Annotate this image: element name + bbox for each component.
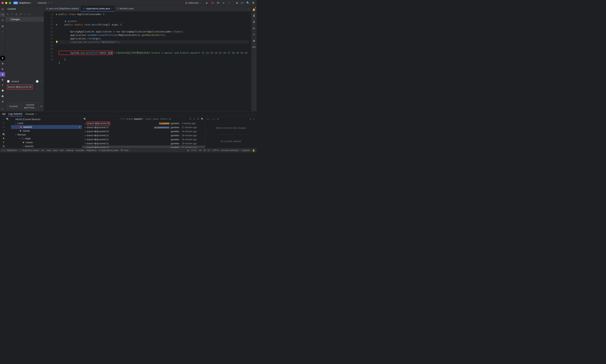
commit-row[interactable]: ●branch 修改commit 21gaodebo29 minutes ago: [82, 142, 205, 145]
close-window-icon[interactable]: [1, 2, 4, 4]
bookmarks-icon[interactable]: ⧉: [0, 24, 5, 29]
breadcrumb-item[interactable]: MdpDemo: [86, 149, 96, 152]
editor-tab[interactable]: mpom.xml (MdpDemo-starter): [44, 6, 81, 12]
maven-icon[interactable]: m: [251, 26, 256, 31]
changelist-icon[interactable]: ⋄: [24, 13, 26, 16]
close-icon[interactable]: ×: [35, 113, 37, 115]
search-icon[interactable]: 🔍: [6, 118, 9, 120]
line-separator[interactable]: LF: [208, 149, 210, 152]
eye-icon[interactable]: 👁: [197, 118, 199, 120]
eye-icon[interactable]: 👁: [217, 118, 219, 120]
expand-all-icon[interactable]: ⇕: [250, 118, 251, 120]
project-tool-icon[interactable]: 🗀: [0, 7, 5, 12]
structure-tool-icon[interactable]: ⬡: [0, 18, 5, 23]
rollback-icon[interactable]: ↶: [11, 13, 13, 16]
debug-icon[interactable]: 🐞: [211, 1, 214, 5]
amend-checkbox[interactable]: [7, 80, 10, 83]
paths-filter[interactable]: Paths ▾: [160, 118, 167, 120]
swirl-icon[interactable]: ◐: [0, 67, 5, 71]
refresh-icon[interactable]: ↻: [7, 13, 9, 16]
gradle-icon[interactable]: 🛢: [251, 19, 256, 25]
search-icon[interactable]: 🔍: [246, 1, 250, 5]
code-with-me-icon[interactable]: ⊕: [235, 1, 238, 5]
minimize-panel-icon[interactable]: —: [252, 113, 254, 115]
stop-icon[interactable]: ■: [222, 1, 225, 5]
favorite-icon[interactable]: ★: [2, 137, 5, 140]
remote-node[interactable]: ▾ Remote: [11, 133, 82, 137]
console-tab[interactable]: Console ×: [25, 112, 37, 116]
panel-options-icon[interactable]: ⋮: [248, 113, 250, 115]
match-case-toggle[interactable]: Cc: [122, 118, 125, 120]
run-configuration[interactable]: ◧ Hello.test ▾: [185, 1, 203, 4]
lock-icon[interactable]: 🔒: [252, 149, 255, 152]
close-icon[interactable]: ×: [143, 118, 144, 120]
problems-icon[interactable]: ⊘: [0, 99, 5, 104]
local-node[interactable]: ▾ Local: [11, 121, 82, 125]
commit-tool-icon[interactable]: ⊸: [0, 13, 5, 17]
branch-item[interactable]: ⑂branch2: [11, 144, 82, 148]
commit-list[interactable]: ●branch 修改commit 56🔖 branch2gaodebo3 min…: [82, 121, 205, 148]
memory-indicator-icon[interactable]: ⊞: [187, 149, 189, 152]
chevron-down-icon[interactable]: ▾: [31, 2, 32, 4]
checkout-icon[interactable]: ↙: [2, 125, 5, 128]
prev-change-icon[interactable]: ⟵: [207, 118, 210, 120]
text-tool-icon[interactable]: T: [0, 83, 5, 88]
minimize-window-icon[interactable]: [5, 2, 7, 4]
breadcrumb-item[interactable]: sankuai: [66, 149, 73, 152]
purple-s-icon[interactable]: S: [0, 72, 5, 77]
commit-row[interactable]: ●branch 修改commit 27🔖 origin/branch2gaode…: [82, 125, 205, 130]
layout-icon[interactable]: ▦: [2, 145, 5, 147]
push-icon[interactable]: ↗: [2, 129, 5, 132]
commit-settings-icon[interactable]: ⚙: [40, 105, 42, 108]
changes-node[interactable]: Changes: [5, 17, 44, 22]
next-change-icon[interactable]: ⟶: [212, 118, 215, 120]
breadcrumb-item[interactable]: © ApplicationLoader: [99, 149, 119, 152]
terminal-tool-icon[interactable]: ▣: [0, 94, 5, 99]
add-icon[interactable]: +: [2, 122, 5, 124]
breadcrumb-item[interactable]: ▢ MdpDemo: [4, 149, 17, 152]
user-filter[interactable]: User ▾: [145, 118, 151, 120]
find-icon[interactable]: 🔍: [201, 118, 204, 120]
env-indicator[interactable]: env:test swimlane:: [221, 149, 239, 152]
commit-row[interactable]: ●branch 修改commit 56🔖 branch2gaodebo3 min…: [82, 121, 205, 125]
file-encoding[interactable]: UTF-8: [212, 149, 219, 152]
editor-body[interactable]: 1011121314151617181920212223 ▶▶💡 public …: [44, 12, 251, 111]
breadcrumb-item[interactable]: ▢ MdpDemo-starter: [19, 149, 39, 152]
database-icon[interactable]: 🗄: [251, 13, 256, 18]
endpoints-icon[interactable]: ⊞: [251, 38, 256, 43]
open-new-tab-icon[interactable]: ⊞: [169, 118, 171, 120]
commit-message-area[interactable]: branch 修改commit 56: [5, 84, 44, 90]
ai-assistant-icon[interactable]: ✦: [251, 32, 256, 37]
notifications-icon[interactable]: 🔔: [251, 7, 256, 12]
diff-icon[interactable]: ⧉: [15, 13, 17, 16]
maximize-window-icon[interactable]: [9, 2, 11, 4]
close-icon[interactable]: ×: [111, 7, 112, 10]
translate-icon[interactable]: 文A: [241, 1, 244, 5]
refresh-log-icon[interactable]: ↻: [189, 118, 191, 120]
commit-row[interactable]: ●branch 修改commit 21gaodebo29 minutes ago: [82, 138, 205, 142]
log-search-input[interactable]: [87, 118, 118, 120]
code-content[interactable]: public class ApplicationLoader { gaodebo…: [59, 12, 249, 111]
breadcrumb-item[interactable]: ⓜ main: [121, 149, 128, 152]
run-icon[interactable]: ▶: [205, 1, 209, 5]
project-name[interactable]: MdpDemo: [19, 1, 30, 4]
branch-item[interactable]: 🔖branch2↗: [11, 125, 82, 129]
breadcrumb-item[interactable]: main: [47, 149, 51, 152]
head-node[interactable]: HEAD (Current Branch): [11, 117, 82, 121]
branch-item[interactable]: ★master: [11, 141, 82, 144]
google-icon[interactable]: G: [204, 149, 206, 152]
editor-tab[interactable]: ©ApplicationLoader.java×: [81, 6, 115, 12]
code-tool-icon[interactable]: </>: [251, 44, 256, 50]
history-icon[interactable]: 🕘: [36, 80, 39, 83]
branch-selector[interactable]: ⑂ branch2 ↗ ▾: [34, 1, 56, 5]
cherry-pick-icon[interactable]: ⚘: [193, 118, 195, 120]
collapse-all-icon[interactable]: ⇳: [253, 118, 255, 120]
tab-actions-icon[interactable]: ⋮: [247, 7, 250, 10]
git-tool-icon[interactable]: ⑂: [0, 106, 5, 111]
circle-tool-icon[interactable]: ◉: [0, 61, 5, 66]
date-filter[interactable]: Date ▾: [153, 118, 159, 120]
hexagon-tool-icon[interactable]: ⬢: [0, 88, 5, 93]
breadcrumb-item[interactable]: example: [76, 149, 84, 152]
more-tools-icon[interactable]: ⋯: [0, 29, 5, 34]
editor-tab[interactable]: ©Mockito.class: [115, 6, 136, 12]
